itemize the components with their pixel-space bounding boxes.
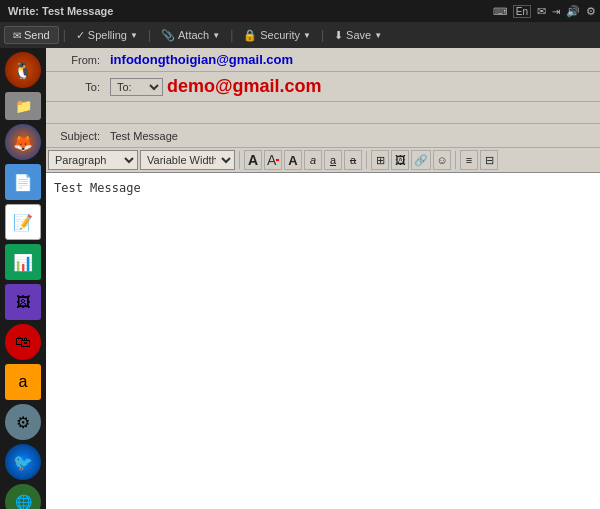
spelling-arrow: ▼ xyxy=(130,31,138,40)
sidebar-icon-thunderbird[interactable]: 🐦 xyxy=(5,444,41,480)
to-value: demo@gmail.com xyxy=(163,74,600,99)
sidebar-icon-ubuntu[interactable]: 🐧 xyxy=(5,52,41,88)
sidebar-icon-files[interactable]: 📁 xyxy=(5,92,41,120)
system-icon: ⚙ xyxy=(16,413,30,432)
send-button[interactable]: ✉ Send xyxy=(4,26,59,44)
sidebar-icon-system[interactable]: ⚙ xyxy=(5,404,41,440)
insert-table-button[interactable]: ⊞ xyxy=(371,150,389,170)
menu-divider4: | xyxy=(321,28,324,42)
volume-icon: 🔊 xyxy=(566,5,580,18)
extra-row xyxy=(46,102,600,124)
strikethrough-button[interactable]: a xyxy=(344,150,362,170)
bold-text-button[interactable]: A xyxy=(284,150,302,170)
security-menu[interactable]: 🔒 Security ▼ xyxy=(237,27,317,44)
font-color-button[interactable]: A xyxy=(264,150,282,170)
sidebar-icon-amazon[interactable]: a xyxy=(5,364,41,400)
menu-divider: | xyxy=(63,28,66,42)
from-value: infodongthoigian@gmail.com xyxy=(106,50,600,69)
insert-emoticon-button[interactable]: ☺ xyxy=(433,150,451,170)
to-label: To: xyxy=(46,81,106,93)
email-icon: ✉ xyxy=(537,5,546,18)
attach-icon: 📎 xyxy=(161,29,175,42)
sidebar-icon-photos[interactable]: 🖼 xyxy=(5,284,41,320)
more-button[interactable]: ⊟ xyxy=(480,150,498,170)
sheets-icon: 📊 xyxy=(13,253,33,272)
sidebar-icon-firefox[interactable]: 🦊 xyxy=(5,124,41,160)
docs-icon: 📄 xyxy=(13,173,33,192)
send-icon: ✉ xyxy=(13,30,21,41)
sidebar-icon-docs[interactable]: 📄 xyxy=(5,164,41,200)
to-row: To: To: CC: BCC: demo@gmail.com xyxy=(46,72,600,102)
security-arrow: ▼ xyxy=(303,31,311,40)
subject-value: Test Message xyxy=(106,128,600,144)
from-row: From: infodongthoigian@gmail.com xyxy=(46,48,600,72)
format-sep3 xyxy=(455,151,456,169)
format-toolbar: Paragraph Variable Width A A A a a a ⊞ 🖼… xyxy=(46,148,600,173)
firefox-icon: 🦊 xyxy=(13,133,33,152)
sidebar-icon-monitor[interactable]: 🌐 xyxy=(5,484,41,509)
monitor-icon: 🌐 xyxy=(15,494,32,509)
font-width-select[interactable]: Variable Width xyxy=(140,150,235,170)
ubuntu-icon: 🐧 xyxy=(13,61,33,80)
attach-arrow: ▼ xyxy=(212,31,220,40)
from-label: From: xyxy=(46,54,106,66)
power-icon: ⚙ xyxy=(586,5,596,18)
language-indicator: En xyxy=(513,5,531,18)
amazon-icon: a xyxy=(19,373,28,391)
save-arrow: ▼ xyxy=(374,31,382,40)
insert-link-button[interactable]: 🔗 xyxy=(411,150,431,170)
italic-button[interactable]: a xyxy=(304,150,322,170)
format-sep2 xyxy=(366,151,367,169)
lock-icon: 🔒 xyxy=(243,29,257,42)
folder-icon: 📁 xyxy=(15,98,32,114)
align-button[interactable]: ≡ xyxy=(460,150,478,170)
attach-menu[interactable]: 📎 Attach ▼ xyxy=(155,27,226,44)
bold-button[interactable]: A xyxy=(244,150,262,170)
subject-label: Subject: xyxy=(46,130,106,142)
subject-row: Subject: Test Message xyxy=(46,124,600,148)
spelling-menu[interactable]: ✓ Spelling ▼ xyxy=(70,27,144,44)
paragraph-style-select[interactable]: Paragraph xyxy=(48,150,138,170)
sidebar-icon-writer[interactable]: 📝 xyxy=(5,204,41,240)
sidebar: 🐧 📁 🦊 📄 📝 📊 🖼 🛍 a xyxy=(0,48,46,509)
sidebar-icon-software[interactable]: 🛍 xyxy=(5,324,41,360)
keyboard-icon: ⌨ xyxy=(493,6,507,17)
window-controls[interactable]: ⌨ En ✉ ⇥ 🔊 ⚙ xyxy=(493,0,596,22)
sidebar-icon-sheets[interactable]: 📊 xyxy=(5,244,41,280)
message-body[interactable]: Test Message xyxy=(46,173,600,509)
software-icon: 🛍 xyxy=(15,333,31,351)
check-icon: ✓ xyxy=(76,29,85,42)
menu-divider2: | xyxy=(148,28,151,42)
menu-divider3: | xyxy=(230,28,233,42)
underline-button[interactable]: a xyxy=(324,150,342,170)
window-title: Write: Test Message xyxy=(8,5,113,17)
insert-image-button[interactable]: 🖼 xyxy=(391,150,409,170)
to-type-dropdown[interactable]: To: CC: BCC: xyxy=(110,78,163,96)
arrow-icon: ⇥ xyxy=(552,6,560,17)
writer-icon: 📝 xyxy=(13,213,33,232)
save-icon: ⬇ xyxy=(334,29,343,42)
save-menu[interactable]: ⬇ Save ▼ xyxy=(328,27,388,44)
thunderbird-icon: 🐦 xyxy=(13,453,33,472)
photos-icon: 🖼 xyxy=(16,294,30,310)
format-sep1 xyxy=(239,151,240,169)
